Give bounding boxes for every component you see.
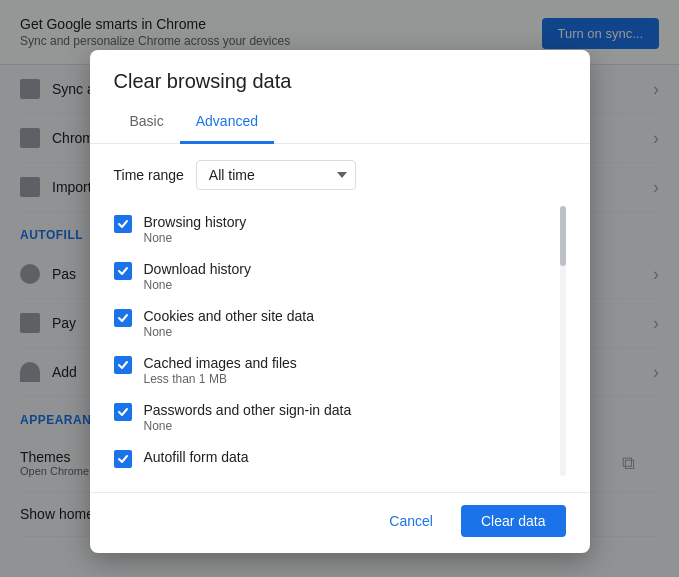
item-label-passwords: Passwords and other sign-in data: [144, 402, 556, 418]
cancel-button[interactable]: Cancel: [369, 505, 453, 537]
checkbox-autofill[interactable]: [114, 450, 132, 468]
time-range-row: Time range All time Last hour Last 24 ho…: [114, 160, 566, 190]
checkbox-download-history[interactable]: [114, 262, 132, 280]
dialog-footer: Cancel Clear data: [90, 492, 590, 553]
item-autofill: Autofill form data: [114, 441, 556, 476]
tab-advanced[interactable]: Advanced: [180, 101, 274, 144]
item-sub-download-history: None: [144, 278, 556, 292]
time-range-label: Time range: [114, 167, 184, 183]
dialog-title: Clear browsing data: [90, 50, 590, 93]
item-sub-cached-images: Less than 1 MB: [144, 372, 556, 386]
item-cookies: Cookies and other site data None: [114, 300, 556, 347]
item-text-cookies: Cookies and other site data None: [144, 308, 556, 339]
dialog-content: Time range All time Last hour Last 24 ho…: [90, 144, 590, 492]
item-text-download-history: Download history None: [144, 261, 556, 292]
scrollbar-track[interactable]: [560, 206, 566, 476]
item-sub-cookies: None: [144, 325, 556, 339]
item-text-passwords: Passwords and other sign-in data None: [144, 402, 556, 433]
clear-browsing-data-dialog: Clear browsing data Basic Advanced Time …: [90, 50, 590, 553]
item-label-download-history: Download history: [144, 261, 556, 277]
checkbox-cached-images[interactable]: [114, 356, 132, 374]
item-browsing-history: Browsing history None: [114, 206, 556, 253]
item-cached-images: Cached images and files Less than 1 MB: [114, 347, 556, 394]
checkbox-passwords[interactable]: [114, 403, 132, 421]
items-scroll-wrapper: Browsing history None Download history N…: [114, 206, 566, 476]
tab-bar: Basic Advanced: [90, 101, 590, 144]
scrollbar-thumb[interactable]: [560, 206, 566, 266]
item-label-autofill: Autofill form data: [144, 449, 556, 465]
checkbox-cookies[interactable]: [114, 309, 132, 327]
items-list: Browsing history None Download history N…: [114, 206, 556, 476]
item-text-browsing-history: Browsing history None: [144, 214, 556, 245]
item-download-history: Download history None: [114, 253, 556, 300]
item-text-cached-images: Cached images and files Less than 1 MB: [144, 355, 556, 386]
tab-basic[interactable]: Basic: [114, 101, 180, 144]
checkbox-browsing-history[interactable]: [114, 215, 132, 233]
item-label-cached-images: Cached images and files: [144, 355, 556, 371]
clear-data-button[interactable]: Clear data: [461, 505, 566, 537]
item-text-autofill: Autofill form data: [144, 449, 556, 466]
item-label-cookies: Cookies and other site data: [144, 308, 556, 324]
item-sub-passwords: None: [144, 419, 556, 433]
item-passwords: Passwords and other sign-in data None: [114, 394, 556, 441]
time-range-select[interactable]: All time Last hour Last 24 hours Last 7 …: [196, 160, 356, 190]
item-sub-browsing-history: None: [144, 231, 556, 245]
item-label-browsing-history: Browsing history: [144, 214, 556, 230]
